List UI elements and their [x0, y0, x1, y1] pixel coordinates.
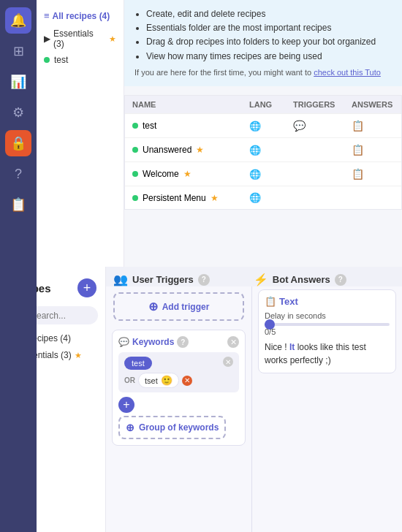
editor-area: 👥 User Triggers ? ⚡ Bot Answers ? ⊕ Add …: [106, 267, 402, 532]
keyword-group-close-button[interactable]: ✕: [223, 357, 233, 367]
text-card: 📋 Text Delay in seconds 0/5 Nice ! It lo…: [258, 289, 396, 373]
recipe-name: Welcome: [143, 169, 179, 179]
sidebar-bell-icon[interactable]: 🔔: [5, 7, 31, 34]
status-dot: [44, 57, 50, 63]
keyword-remove-button[interactable]: ✕: [182, 376, 192, 386]
editor-columns: ⊕ Add trigger 💬 Keywords ? ✕ test: [106, 286, 402, 532]
emoji-icon: 🙂: [161, 375, 172, 386]
star-icon: ★: [196, 145, 204, 155]
plus-circle-icon: ⊕: [148, 300, 158, 314]
top-info-panel: Create, edit and delete recipes Essentia…: [124, 0, 402, 86]
keywords-card-header: 💬 Keywords ? ✕: [118, 336, 239, 348]
keyword-group: test ✕ OR tset 🙂 ✕: [118, 352, 239, 392]
info-bullet-2: Essentials folder are the most important…: [146, 21, 392, 35]
sidebar-chart-icon[interactable]: 📊: [5, 69, 31, 95]
chat-icon: 💬: [118, 337, 129, 347]
bot-answers-label: ⚡ Bot Answers ?: [254, 273, 346, 286]
keyword-tag-2: tset 🙂: [138, 373, 179, 388]
globe-icon: 🌐: [249, 145, 293, 156]
answer-icon: 📋: [352, 144, 402, 156]
status-dot: [132, 195, 138, 201]
answer-icon: 📋: [352, 168, 402, 180]
add-keyword-button[interactable]: +: [118, 397, 134, 413]
list-icon: 📋: [265, 296, 276, 307]
user-triggers-label: 👥 User Triggers ?: [113, 273, 210, 286]
menu-lines-icon: ≡: [44, 10, 50, 21]
star-icon: ★: [109, 34, 116, 44]
answer-icon: 📋: [352, 120, 402, 132]
col-name: NAME: [132, 100, 249, 109]
status-dot: [132, 123, 138, 129]
status-dot: [132, 147, 138, 153]
search-input[interactable]: [31, 311, 89, 321]
all-recipes-link[interactable]: ≡ All recipes (4): [37, 6, 124, 26]
tutorial-link[interactable]: check out this Tuto: [314, 68, 381, 77]
sidebar-book-icon[interactable]: 📋: [5, 191, 31, 218]
info-bullet-3: Drag & drop recipes into folders to keep…: [146, 35, 392, 49]
info-bullet-4: View how many times recipes are being us…: [146, 50, 392, 64]
sidebar-gear-icon[interactable]: ⚙: [5, 99, 31, 126]
keyword-tag-1: test: [124, 357, 152, 370]
table-row[interactable]: Welcome ★ 🌐 📋: [125, 162, 401, 186]
col-lang: LANG: [249, 100, 293, 109]
star-icon: ★: [211, 193, 219, 203]
star-icon: ★: [75, 351, 82, 360]
info-note: If you are here for the first time, you …: [134, 66, 392, 80]
delay-section: Delay in seconds 0/5: [265, 311, 390, 336]
keywords-help-icon[interactable]: ?: [177, 336, 189, 348]
sidebar: 🔔 ⊞ 📊 ⚙ 🔒 ? 📋: [0, 0, 37, 532]
user-triggers-help-icon[interactable]: ?: [198, 274, 210, 286]
recipe-name: Unanswered: [143, 145, 191, 155]
recipes-table: NAME LANG TRIGGERS ANSWERS test 🌐 💬 📋 Un…: [124, 95, 402, 210]
answers-column: 📋 Text Delay in seconds 0/5 Nice ! It lo…: [252, 286, 402, 532]
text-content: Nice ! It looks like this test works per…: [265, 341, 390, 367]
sidebar-alert-icon[interactable]: 🔒: [5, 130, 31, 156]
table-row[interactable]: test 🌐 💬 📋: [125, 113, 401, 137]
group-keywords-button[interactable]: ⊕ Group of keywords: [118, 416, 226, 439]
bolt-icon: ⚡: [254, 273, 268, 286]
status-dot: [132, 171, 138, 177]
add-recipe-button[interactable]: +: [77, 278, 96, 297]
bot-answers-help-icon[interactable]: ?: [335, 274, 346, 286]
keywords-card: 💬 Keywords ? ✕ test ✕ OR tset: [112, 330, 246, 446]
plus-circle-icon-2: ⊕: [126, 422, 134, 433]
trigger-icon: 💬: [293, 120, 352, 132]
editor-header-row: 👥 User Triggers ? ⚡ Bot Answers ?: [106, 267, 402, 286]
essentials-folder[interactable]: ▶ Essentials (3) ★: [37, 26, 124, 52]
star-icon: ★: [183, 169, 191, 179]
globe-icon: 🌐: [249, 169, 293, 180]
chevron-right-icon: ▶: [44, 34, 50, 44]
add-trigger-button[interactable]: ⊕ Add trigger: [113, 292, 244, 321]
triggers-column: ⊕ Add trigger 💬 Keywords ? ✕ test: [106, 286, 252, 532]
col-triggers: TRIGGERS: [293, 100, 352, 109]
delay-slider[interactable]: [265, 323, 390, 326]
delay-value: 0/5: [265, 327, 390, 336]
table-row[interactable]: Persistent Menu ★ 🌐: [125, 186, 401, 209]
recipe-name: test: [143, 121, 156, 131]
delay-slider-wrap: 0/5: [265, 323, 390, 336]
users-icon: 👥: [113, 273, 128, 286]
table-header-row: NAME LANG TRIGGERS ANSWERS: [125, 96, 401, 113]
or-label: OR: [124, 376, 135, 384]
globe-icon: 🌐: [249, 192, 293, 203]
recipe-name: Persistent Menu: [143, 193, 206, 203]
sidebar-help-icon[interactable]: ?: [5, 161, 31, 187]
sidebar-grid-icon[interactable]: ⊞: [5, 38, 31, 64]
keyword-row-2: OR tset 🙂 ✕: [124, 373, 233, 388]
text-card-title: 📋 Text: [265, 296, 390, 307]
keywords-title: 💬 Keywords ?: [118, 336, 189, 348]
test-recipe-item[interactable]: test: [37, 52, 124, 68]
keywords-close-button[interactable]: ✕: [227, 336, 239, 348]
globe-icon: 🌐: [249, 121, 293, 132]
info-bullet-1: Create, edit and delete recipes: [146, 7, 392, 21]
table-row[interactable]: Unanswered ★ 🌐 📋: [125, 137, 401, 162]
col-answers: ANSWERS: [352, 100, 402, 109]
